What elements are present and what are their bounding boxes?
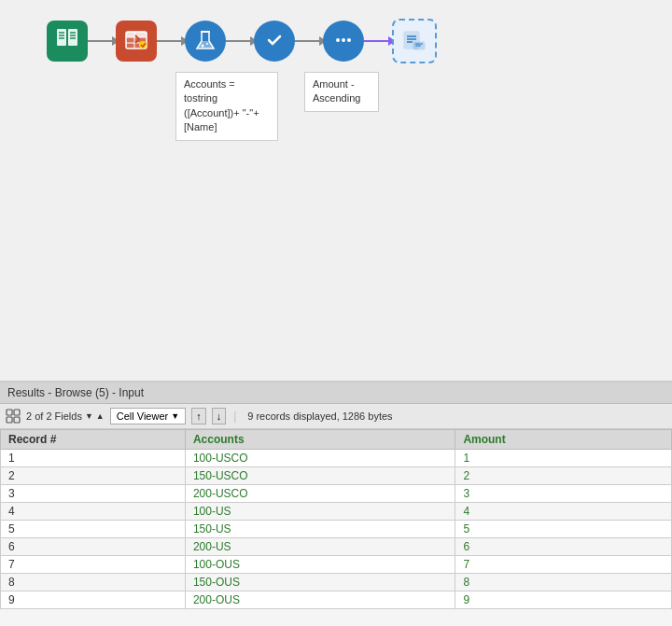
cell-accounts: 200-OUS <box>185 591 455 609</box>
node-browse[interactable] <box>392 19 437 63</box>
formula-tooltip: Accounts = tostring ([Account])+ "-"+ [N… <box>175 72 278 141</box>
table-body: 1100-USCO12150-USCO23200-USCO34100-US451… <box>1 450 672 609</box>
cell-viewer-label: Cell Viewer <box>117 410 168 422</box>
browse-icon <box>400 26 428 57</box>
svg-rect-32 <box>14 410 20 415</box>
table-row: 7100-OUS7 <box>1 556 672 574</box>
table-icon <box>123 27 149 56</box>
cell-accounts: 150-US <box>185 521 455 538</box>
table-row: 6200-US6 <box>1 538 672 556</box>
panel-header: Results - Browse (5) - Input <box>0 383 672 404</box>
node-filter[interactable] <box>254 21 295 62</box>
cell-accounts: 200-US <box>185 538 455 556</box>
connector-2 <box>157 40 185 42</box>
sort-down-icon: ↓ <box>217 410 222 422</box>
table-row: 8150-OUS8 <box>1 574 672 591</box>
table-row: 9200-OUS9 <box>1 591 672 609</box>
connector-4 <box>295 40 323 42</box>
dots-icon <box>331 28 356 55</box>
cell-amount: 2 <box>455 467 672 485</box>
fields-selector[interactable]: 2 of 2 Fields ▼ ▲ <box>26 410 105 422</box>
col-header-amount: Amount <box>455 430 672 450</box>
node-sort[interactable]: Amount - Ascending <box>323 21 364 62</box>
svg-rect-2 <box>66 29 68 46</box>
cell-accounts: 100-USCO <box>185 450 455 467</box>
svg-point-17 <box>202 44 204 47</box>
col-accounts-label: Accounts <box>193 433 245 446</box>
svg-rect-16 <box>201 31 210 33</box>
cell-amount: 5 <box>455 521 672 538</box>
svg-point-19 <box>264 30 285 50</box>
sort-up-button[interactable]: ↑ <box>191 408 206 424</box>
data-table: Record # Accounts Amount 1100-USCO12150-… <box>0 429 672 609</box>
cell-record: 8 <box>1 574 186 591</box>
svg-rect-1 <box>68 29 77 46</box>
node-select[interactable] <box>116 21 157 62</box>
cell-record: 2 <box>1 467 186 485</box>
workflow-canvas: Accounts = tostring ([Account])+ "-"+ [N… <box>0 0 672 383</box>
svg-point-18 <box>206 43 208 45</box>
cell-amount: 3 <box>455 485 672 503</box>
results-panel: Results - Browse (5) - Input 2 of 2 Fiel… <box>0 383 672 626</box>
table-row: 4100-US4 <box>1 503 672 521</box>
grid-icon <box>6 409 21 424</box>
fields-count-label: 2 of 2 Fields <box>26 410 82 422</box>
cell-viewer-chevron: ▼ <box>171 411 179 421</box>
table-header-row: Record # Accounts Amount <box>1 430 672 450</box>
cell-record: 7 <box>1 556 186 574</box>
cell-accounts: 100-OUS <box>185 556 455 574</box>
svg-rect-34 <box>14 417 20 423</box>
node-input[interactable] <box>47 21 88 62</box>
cell-viewer-dropdown[interactable]: Cell Viewer ▼ <box>110 408 186 424</box>
col-header-record: Record # <box>1 430 186 450</box>
cell-accounts: 200-USCO <box>185 485 455 503</box>
cell-amount: 8 <box>455 574 672 591</box>
node-book-icon[interactable] <box>47 21 88 62</box>
panel-header-text: Results - Browse (5) - Input <box>7 386 144 399</box>
svg-point-21 <box>336 38 340 42</box>
book-icon <box>54 25 80 57</box>
col-record-label: Record # <box>8 433 56 446</box>
connector-1 <box>88 40 116 42</box>
node-browse-icon[interactable] <box>392 19 437 63</box>
formula-tooltip-text: Accounts = tostring ([Account])+ "-"+ [N… <box>184 78 259 132</box>
svg-point-23 <box>347 38 351 42</box>
svg-rect-0 <box>57 29 66 46</box>
sort-tooltip: Amount - Ascending <box>304 72 379 112</box>
panel-toolbar: 2 of 2 Fields ▼ ▲ Cell Viewer ▼ ↑ ↓ | 9 … <box>0 404 672 429</box>
svg-rect-33 <box>7 417 12 423</box>
grid-icon-group <box>6 409 21 424</box>
node-formula[interactable]: Accounts = tostring ([Account])+ "-"+ [N… <box>185 21 226 62</box>
check-icon <box>262 28 287 55</box>
data-table-container[interactable]: Record # Accounts Amount 1100-USCO12150-… <box>0 429 672 626</box>
sort-down-button[interactable]: ↓ <box>212 408 227 424</box>
cell-accounts: 150-OUS <box>185 574 455 591</box>
cell-amount: 9 <box>455 591 672 609</box>
cell-amount: 1 <box>455 450 672 467</box>
table-row: 2150-USCO2 <box>1 467 672 485</box>
connector-3 <box>226 40 254 42</box>
fields-chevron-down: ▼ <box>85 411 93 421</box>
cell-record: 6 <box>1 538 186 556</box>
workflow-container: Accounts = tostring ([Account])+ "-"+ [N… <box>47 19 437 63</box>
sort-tooltip-text: Amount - Ascending <box>313 78 360 104</box>
cell-record: 9 <box>1 591 186 609</box>
table-row: 1100-USCO1 <box>1 450 672 467</box>
flask-icon <box>193 28 217 55</box>
svg-point-22 <box>342 38 345 42</box>
node-flask-icon[interactable] <box>185 21 226 62</box>
connector-5 <box>364 40 392 42</box>
fields-chevron-up: ▲ <box>96 411 105 421</box>
node-check-icon[interactable] <box>254 21 295 62</box>
node-dots-icon[interactable] <box>323 21 364 62</box>
cell-amount: 4 <box>455 503 672 521</box>
sort-up-icon: ↑ <box>196 410 202 422</box>
col-amount-label: Amount <box>463 433 505 446</box>
cell-record: 5 <box>1 521 186 538</box>
table-row: 3200-USCO3 <box>1 485 672 503</box>
svg-rect-31 <box>7 410 12 415</box>
cell-accounts: 150-USCO <box>185 467 455 485</box>
node-table-icon[interactable] <box>116 21 157 62</box>
cell-amount: 6 <box>455 538 672 556</box>
cell-record: 1 <box>1 450 186 467</box>
